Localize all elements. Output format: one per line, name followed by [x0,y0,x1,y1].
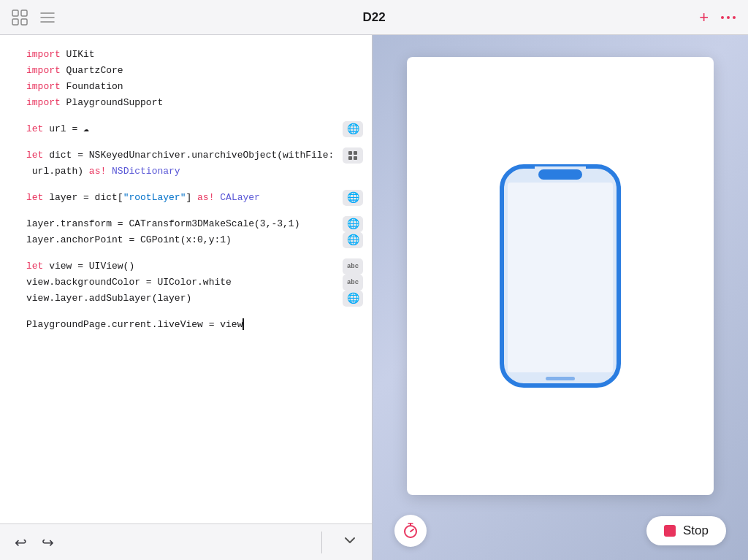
stop-icon [664,525,676,537]
main-content: import UIKit import QuartzCore import Fo… [0,35,748,560]
stop-label: Stop [683,523,709,538]
code-editor[interactable]: import UIKit import QuartzCore import Fo… [0,35,372,523]
line-layer-transform: layer.transform = CATransform3DMakeScale… [0,216,372,232]
svg-point-7 [721,16,724,19]
badge-sublayer[interactable]: 🌐 [343,291,363,307]
preview-bottom-bar: Stop [373,502,748,560]
line-import-uikit: import UIKit [0,47,372,63]
grid-view-button[interactable] [12,9,28,26]
svg-rect-12 [348,156,352,160]
svg-rect-16 [538,169,582,180]
redo-button[interactable]: ↪ [42,534,54,551]
toolbar-divider [321,532,322,553]
line-layer-anchor: layer.anchorPoint = CGPoint(x:0,y:1) 🌐 [0,232,372,248]
line-let-view: let view = UIView() abc [0,258,372,275]
svg-rect-18 [546,377,575,380]
line-let-dict: let dict = NSKeyedUnarchiver.unarchiveOb… [0,147,372,164]
top-bar: D22 + [0,0,748,35]
code-panel: import UIKit import QuartzCore import Fo… [0,35,373,560]
line-url-path: url.path) as! NSDictionary [0,164,372,180]
line-let-layer: let layer = dict["rootLayer"] as! CALaye… [0,190,372,206]
line-import-foundation: import Foundation [0,79,372,95]
line-view-add: view.layer.addSublayer(layer) 🌐 [0,291,372,307]
preview-canvas [407,57,714,495]
undo-button[interactable]: ↩ [15,534,27,551]
svg-rect-11 [354,151,357,155]
badge-url[interactable]: 🌐 [343,121,363,137]
badge-layer[interactable]: 🌐 [343,190,363,206]
stop-button[interactable]: Stop [646,516,726,545]
line-import-quartz: import QuartzCore [0,63,372,79]
line-import-playground: import PlaygroundSupport [0,95,372,111]
line-view-bgcolor: view.backgroundColor = UIColor.white abc [0,275,372,291]
svg-rect-3 [21,19,27,25]
code-bottom-toolbar: ↩ ↪ [0,523,372,560]
svg-rect-13 [354,156,357,160]
page-title: D22 [362,10,385,25]
svg-rect-17 [508,183,613,372]
top-bar-left-icons [12,9,56,26]
svg-rect-10 [348,151,352,155]
svg-line-22 [411,529,413,532]
svg-rect-2 [12,19,18,25]
badge-transform[interactable]: 🌐 [343,216,363,232]
badge-anchor[interactable]: 🌐 [343,232,363,248]
more-button[interactable] [720,15,736,20]
badge-bgcolor[interactable]: abc [343,275,363,291]
svg-rect-0 [12,10,18,16]
badge-dict[interactable] [343,147,363,164]
svg-rect-1 [21,10,27,16]
preview-panel: Stop [373,35,748,560]
timer-button[interactable] [394,515,427,547]
chevron-down-button[interactable] [343,533,357,551]
top-bar-right-icons: + [699,8,736,27]
line-let-url: let url = ☁ 🌐 [0,121,372,137]
list-view-button[interactable] [39,9,56,26]
svg-point-9 [733,16,736,19]
svg-point-8 [727,16,730,19]
phone-preview [495,159,626,393]
badge-view[interactable]: abc [343,258,363,275]
add-button[interactable]: + [699,8,709,27]
line-playground-live: PlaygroundPage.current.liveView = view [0,317,372,333]
